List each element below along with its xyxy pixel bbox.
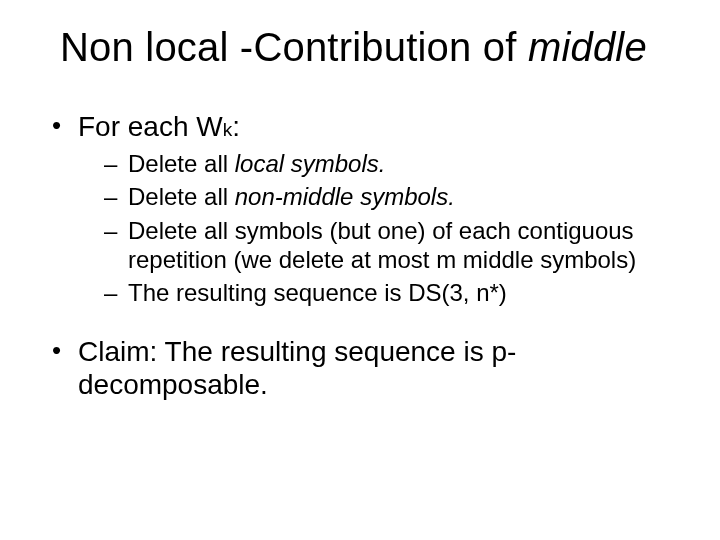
title-text-pre: Non local -Contribution of [60, 25, 528, 69]
sub-list-1: Delete all local symbols. Delete all non… [102, 149, 680, 307]
bullet-1-post: : [232, 111, 240, 142]
bullet-1-pre: For each W [78, 111, 223, 142]
sub-2-pre: Delete all [128, 183, 235, 210]
sub-3: Delete all symbols (but one) of each con… [102, 216, 680, 275]
bullet-1-sub: k [223, 119, 233, 140]
slide-title: Non local -Contribution of middle [60, 25, 680, 70]
sub-4: The resulting sequence is DS(3, n*) [102, 278, 680, 307]
slide: Non local -Contribution of middle For ea… [0, 0, 720, 540]
bullet-2: Claim: The resulting sequence is p-decom… [46, 335, 680, 401]
bullet-1: For each Wk: Delete all local symbols. D… [46, 110, 680, 307]
sub-2: Delete all non-middle symbols. [102, 182, 680, 211]
sub-1-pre: Delete all [128, 150, 235, 177]
sub-2-ital: non-middle symbols. [235, 183, 455, 210]
sub-1: Delete all local symbols. [102, 149, 680, 178]
bullet-list: For each Wk: Delete all local symbols. D… [46, 110, 680, 401]
sub-1-ital: local symbols. [235, 150, 386, 177]
sub-4-text: The resulting sequence is DS(3, n*) [128, 279, 507, 306]
sub-3-text: Delete all symbols (but one) of each con… [128, 217, 636, 273]
title-text-ital: middle [528, 25, 647, 69]
bullet-2-text: Claim: The resulting sequence is p-decom… [78, 336, 516, 400]
